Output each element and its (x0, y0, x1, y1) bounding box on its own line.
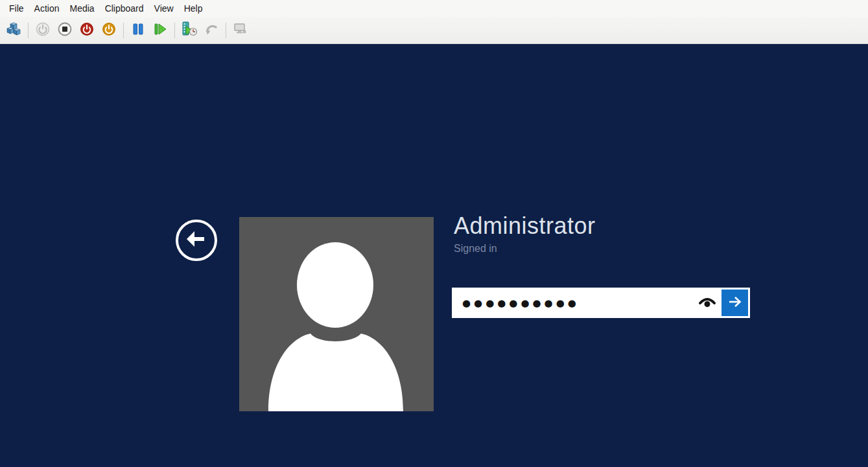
toolbar-separator (226, 23, 226, 38)
menu-help[interactable]: Help (179, 1, 208, 16)
reset-icon (153, 23, 167, 38)
user-avatar (239, 217, 434, 411)
ctrl-alt-del-button[interactable] (4, 21, 23, 40)
menu-media[interactable]: Media (64, 1, 99, 16)
save-button[interactable] (99, 21, 119, 40)
user-block: Administrator Signed in (454, 212, 596, 255)
turn-off-button[interactable] (55, 21, 75, 40)
back-button[interactable] (176, 220, 217, 261)
revert-icon (204, 22, 219, 39)
shut-down-icon (80, 22, 94, 39)
pause-icon (132, 23, 145, 38)
pause-button[interactable] (128, 21, 148, 40)
menu-action[interactable]: Action (29, 1, 65, 16)
password-submit-button[interactable] (721, 290, 748, 316)
enhanced-session-button[interactable] (231, 21, 250, 40)
signed-in-status: Signed in (454, 243, 596, 255)
password-reveal-button[interactable] (696, 290, 719, 316)
turn-off-icon (58, 22, 72, 39)
reset-button[interactable] (150, 21, 170, 40)
revert-button[interactable] (202, 21, 221, 40)
arrow-right-icon (727, 295, 743, 311)
person-silhouette-icon (239, 402, 434, 411)
menu-clipboard[interactable]: Clipboard (100, 1, 149, 16)
menubar: File Action Media Clipboard View Help (0, 0, 868, 17)
toolbar-separator (174, 23, 175, 38)
vmconnect-window: File Action Media Clipboard View Help (0, 0, 868, 467)
menu-view[interactable]: View (149, 1, 179, 16)
shut-down-button[interactable] (77, 21, 97, 40)
ctrl-alt-del-icon (6, 22, 21, 39)
checkpoint-icon (181, 21, 198, 40)
start-power-icon (36, 22, 50, 39)
arrow-left-icon (185, 229, 207, 251)
checkpoint-button[interactable] (180, 21, 199, 40)
username-label: Administrator (454, 212, 596, 239)
menu-file[interactable]: File (4, 1, 29, 16)
password-input[interactable]: ●●●●●●●●●● (452, 297, 696, 309)
eye-reveal-icon (698, 295, 717, 312)
save-state-icon (102, 22, 116, 39)
password-field[interactable]: ●●●●●●●●●● (452, 288, 750, 318)
start-button[interactable] (33, 21, 53, 40)
toolbar-separator (123, 23, 124, 38)
toolbar (0, 17, 868, 44)
enhanced-session-icon (233, 22, 248, 39)
vm-login-screen[interactable]: Administrator Signed in ●●●●●●●●●● (0, 44, 868, 467)
toolbar-separator (28, 23, 29, 38)
